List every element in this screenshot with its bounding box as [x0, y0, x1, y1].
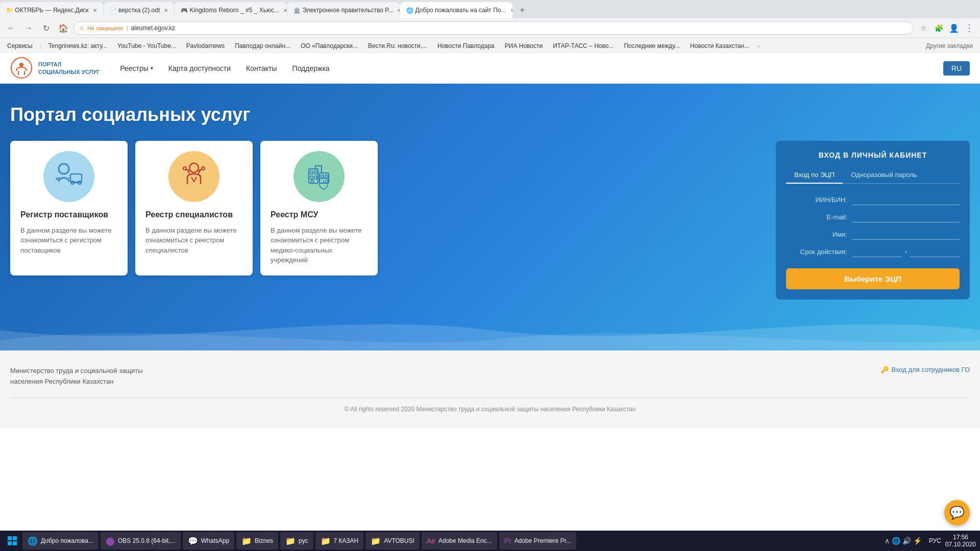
extensions-btn[interactable]: 🧩 — [932, 21, 945, 35]
bookmark-3[interactable]: Pavlodarnews — [183, 41, 228, 51]
chat-widget[interactable]: 💬 — [944, 500, 970, 525]
nav-registries[interactable]: Реестры ▾ — [120, 64, 153, 72]
bookmarks-more[interactable]: » — [757, 43, 761, 49]
tab-ecp[interactable]: Вход по ЭЦП — [786, 167, 843, 184]
wave-decoration — [0, 310, 980, 350]
svg-rect-21 — [8, 536, 12, 540]
security-text: Не защищено — [87, 25, 124, 31]
msu-icon — [301, 159, 337, 194]
validity-from-input[interactable] — [852, 246, 902, 257]
tab-2[interactable]: 📄 верстка (2).odt ✕ — [104, 2, 175, 18]
taskbar: 🌐 Добро пожалова... ⬤ OBS 25.0.8 (64-bit… — [0, 531, 980, 551]
name-label: Имя: — [786, 231, 847, 238]
footer-ministry: Министерство труда и социальной защиты н… — [10, 366, 143, 387]
tab-1[interactable]: 📁 ОКТЯБРЬ — Яндекс.Диск ✕ — [0, 2, 103, 18]
system-tray: ∧ 🌐 🔊 ⚡ — [881, 537, 925, 545]
lang-button[interactable]: RU — [943, 61, 970, 76]
cards-area: Регистр поставщиков В данном разделе вы … — [10, 141, 766, 276]
nav-support[interactable]: Поддержка — [292, 64, 330, 72]
bookmark-5[interactable]: ОО «Павлодарски... — [298, 41, 361, 51]
back-button[interactable]: ← — [4, 21, 18, 35]
bookmark-other[interactable]: Другие закладки — [923, 41, 976, 51]
name-row: Имя: — [786, 229, 960, 240]
bookmark-9[interactable]: ИТАР-ТАСС – Ново... — [550, 41, 617, 51]
reload-button[interactable]: ↻ — [39, 21, 53, 35]
bookmarks-bar: Сервисы | Tengrinews.kz: акту... YouTube… — [0, 38, 980, 53]
network-icon[interactable]: 🌐 — [892, 537, 900, 545]
taskbar-item-avtobusi[interactable]: 📁 AVTOBUSI — [365, 532, 420, 549]
bookmark-7[interactable]: Новости Павлодара — [434, 41, 498, 51]
windows-icon — [7, 536, 17, 546]
svg-point-12 — [202, 167, 205, 170]
svg-point-1 — [19, 63, 23, 67]
name-input[interactable] — [852, 229, 960, 240]
login-title: ВХОД В ЛИЧНЫЙ КАБИНЕТ — [786, 151, 960, 159]
taskbar-item-adobe-media[interactable]: Ae Adobe Media Enc... — [422, 532, 497, 549]
hero-section: Портал социальных услуг — [0, 84, 980, 350]
bookmark-10[interactable]: Последние между... — [621, 41, 683, 51]
tab-close-2[interactable]: ✕ — [164, 8, 168, 13]
tab-close-1[interactable]: ✕ — [93, 8, 97, 13]
card-providers[interactable]: Регистр поставщиков В данном разделе вы … — [10, 141, 128, 276]
bookmark-4[interactable]: Павлодар онлайн... — [232, 41, 293, 51]
bookmark-11[interactable]: Новости Казахстан... — [687, 41, 752, 51]
taskbar-item-rus[interactable]: 📁 рус — [280, 532, 313, 549]
email-input[interactable] — [852, 211, 960, 222]
home-button[interactable]: 🏠 — [56, 21, 70, 35]
card1-title: Регистр поставщиков — [20, 210, 117, 220]
tab-close-4[interactable]: ✕ — [397, 8, 400, 13]
tab-5[interactable]: 🌐 Добро пожаловать на сайт По... ✕ — [400, 2, 512, 18]
start-button[interactable] — [4, 533, 20, 549]
tab-close-3[interactable]: ✕ — [283, 8, 287, 13]
address-bar[interactable]: ⚠ Не защищено | aleumet.egov.kz — [74, 21, 914, 35]
bookmark-0[interactable]: Сервисы — [4, 41, 36, 51]
svg-point-11 — [183, 167, 186, 170]
tab-3[interactable]: 🎮 Kingdoms Reborn _ #5 _ Хьюс... ✕ — [175, 2, 287, 18]
submit-ecp-button[interactable]: Выберите ЭЦП — [786, 268, 960, 289]
taskbar-item-browser[interactable]: 🌐 Добро пожалова... — [22, 532, 99, 549]
iin-bin-input[interactable] — [852, 194, 960, 205]
tray-icon-1[interactable]: ∧ — [885, 537, 890, 545]
login-tabs: Вход по ЭЦП Одноразовый пароль — [786, 167, 960, 184]
taskbar-clock[interactable]: 17:56 07.10.2020 — [945, 534, 976, 548]
staff-login-link[interactable]: 🔑 Вход для сотрудников ГО — [880, 366, 970, 373]
email-label: E-mail: — [786, 213, 847, 221]
svg-rect-22 — [13, 536, 17, 540]
card-msu[interactable]: Реестр МСУ В данном разделе вы можете оз… — [260, 141, 378, 276]
browser-toolbar: ← → ↻ 🏠 ⚠ Не защищено | aleumet.egov.kz … — [0, 18, 980, 38]
logo-icon — [10, 57, 33, 80]
svg-rect-24 — [13, 541, 17, 545]
biznes-taskbar-icon: 📁 — [241, 536, 252, 546]
bookmark-6[interactable]: Вести.Ru: новости,... — [365, 41, 430, 51]
security-icon: ⚠ — [79, 25, 84, 32]
tab-otp[interactable]: Одноразовый пароль — [843, 167, 925, 184]
taskbar-item-biznes[interactable]: 📁 Biznes — [236, 532, 278, 549]
site-nav: Реестры ▾ Карта доступности Контакты Под… — [120, 61, 970, 76]
nav-contacts[interactable]: Контакты — [246, 64, 277, 72]
menu-btn[interactable]: ⋮ — [963, 21, 976, 35]
bookmark-2[interactable]: YouTube - YouTube... — [114, 41, 179, 51]
providers-icon — [51, 159, 87, 194]
tab-4[interactable]: 🏛️ Электронное правительство Р... ✕ — [287, 2, 400, 18]
lang-indicator[interactable]: РУС — [929, 537, 941, 544]
power-icon[interactable]: ⚡ — [913, 537, 922, 545]
bookmark-8[interactable]: РИА Новости — [502, 41, 546, 51]
footer: Министерство труда и социальной защиты н… — [0, 350, 980, 428]
forward-button[interactable]: → — [21, 21, 36, 35]
profile-btn[interactable]: 👤 — [947, 21, 961, 35]
card-specialists[interactable]: Реестр специалистов В данном разделе вы … — [135, 141, 253, 276]
bookmark-1[interactable]: Tengrinews.kz: акту... — [45, 41, 110, 51]
tab-close-5[interactable]: ✕ — [510, 8, 513, 13]
taskbar-item-obs[interactable]: ⬤ OBS 25.0.8 (64-bit,... — [101, 532, 181, 549]
bookmark-btn[interactable]: ☆ — [917, 21, 930, 35]
taskbar-item-whatsapp[interactable]: 💬 WhatsApp — [183, 532, 234, 549]
volume-icon[interactable]: 🔊 — [902, 537, 911, 545]
taskbar-item-7kazan[interactable]: 📁 7 КАЗАН — [315, 532, 364, 549]
svg-rect-17 — [314, 176, 317, 179]
validity-to-input[interactable] — [910, 246, 960, 257]
taskbar-item-premiere[interactable]: Pr Adobe Premiere Pr... — [499, 532, 576, 549]
new-tab-button[interactable]: + — [515, 3, 529, 17]
nav-accessibility[interactable]: Карта доступности — [168, 64, 231, 72]
svg-rect-23 — [8, 541, 12, 545]
svg-point-2 — [59, 164, 69, 174]
